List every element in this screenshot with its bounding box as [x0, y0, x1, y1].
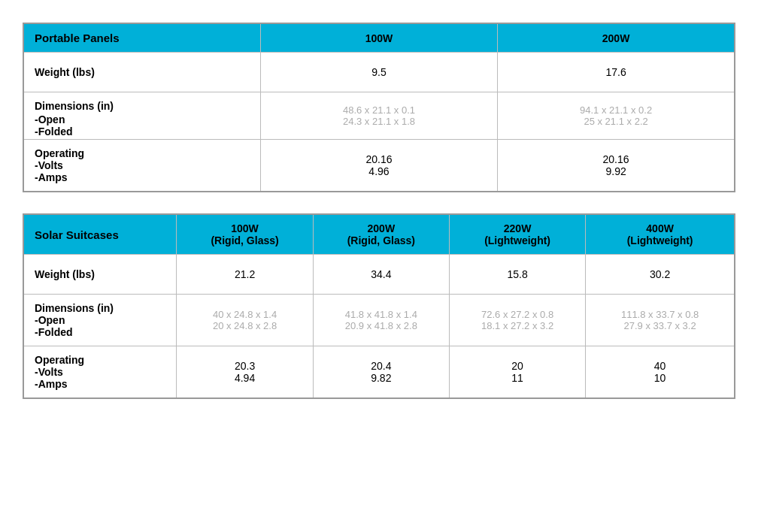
- ss-weight-header: Weight (lbs): [23, 255, 177, 295]
- ss-volts-label: -Volts: [35, 366, 165, 378]
- ss-weight-400w: 30.2: [586, 255, 735, 295]
- table-row: Dimensions (in) -Open -Folded 48.6 x 21.…: [23, 92, 735, 140]
- table2-col3: 220W (Lightweight): [449, 214, 585, 255]
- table2-col2: 200W (Rigid, Glass): [313, 214, 449, 255]
- ss-weight-220w: 15.8: [449, 255, 585, 295]
- dim-open-label: -Open: [35, 113, 250, 125]
- dim-100w: 48.6 x 21.1 x 0.1 24.3 x 21.1 x 1.8: [260, 92, 497, 140]
- ss-weight-200w: 34.4: [313, 255, 449, 295]
- table-row: Operating -Volts -Amps 20.16 4.96 20.16 …: [23, 140, 735, 192]
- dim-200w: 94.1 x 21.1 x 0.2 25 x 21.1 x 2.2: [498, 92, 735, 140]
- solar-suitcases-table: Solar Suitcases 100W (Rigid, Glass) 200W…: [23, 213, 735, 399]
- table-row: Weight (lbs) 9.5 17.6: [23, 53, 735, 92]
- ss-dim-folded-label: -Folded: [35, 326, 165, 338]
- tables-wrapper: Portable Panels 100W 200W Weight (lbs) 9…: [15, 15, 743, 407]
- ss-dim-200w: 41.8 x 41.8 x 1.4 20.9 x 41.8 x 2.8: [313, 295, 449, 346]
- ss-dim-100w: 40 x 24.8 x 1.4 20 x 24.8 x 2.8: [177, 295, 313, 346]
- ss-operating-200w: 20.4 9.82: [313, 346, 449, 399]
- table1-title: Portable Panels: [23, 23, 260, 53]
- ss-dim-220w: 72.6 x 27.2 x 0.8 18.1 x 27.2 x 3.2: [449, 295, 585, 346]
- ss-operating-220w: 20 11: [449, 346, 585, 399]
- weight-header: Weight (lbs): [23, 53, 260, 92]
- portable-panels-table: Portable Panels 100W 200W Weight (lbs) 9…: [23, 23, 735, 192]
- table2-title: Solar Suitcases: [23, 214, 177, 255]
- ss-dim-400w: 111.8 x 33.7 x 0.8 27.9 x 33.7 x 3.2: [586, 295, 735, 346]
- ss-operating-header: Operating -Volts -Amps: [23, 346, 177, 399]
- operating-header: Operating -Volts -Amps: [23, 140, 260, 192]
- table-row: Weight (lbs) 21.2 34.4 15.8 30.2: [23, 255, 735, 295]
- table2-col4: 400W (Lightweight): [586, 214, 735, 255]
- ss-amps-label: -Amps: [35, 378, 165, 390]
- weight-100w: 9.5: [260, 53, 497, 92]
- ss-operating-400w: 40 10: [586, 346, 735, 399]
- ss-dimensions-header: Dimensions (in) -Open -Folded: [23, 295, 177, 346]
- ss-weight-100w: 21.2: [177, 255, 313, 295]
- operating-200w: 20.16 9.92: [498, 140, 735, 192]
- weight-200w: 17.6: [498, 53, 735, 92]
- volts-label: -Volts: [35, 159, 250, 171]
- table1-col1: 100W: [260, 23, 497, 53]
- dimensions-header: Dimensions (in) -Open -Folded: [23, 92, 260, 140]
- operating-100w: 20.16 4.96: [260, 140, 497, 192]
- ss-dim-open-label: -Open: [35, 314, 165, 326]
- ss-operating-100w: 20.3 4.94: [177, 346, 313, 399]
- table-row: Dimensions (in) -Open -Folded 40 x 24.8 …: [23, 295, 735, 346]
- amps-label: -Amps: [35, 171, 250, 183]
- table1-col2: 200W: [498, 23, 735, 53]
- table2-col1: 100W (Rigid, Glass): [177, 214, 313, 255]
- table-row: Operating -Volts -Amps 20.3 4.94 20.4 9.…: [23, 346, 735, 399]
- dim-folded-label: -Folded: [35, 125, 250, 138]
